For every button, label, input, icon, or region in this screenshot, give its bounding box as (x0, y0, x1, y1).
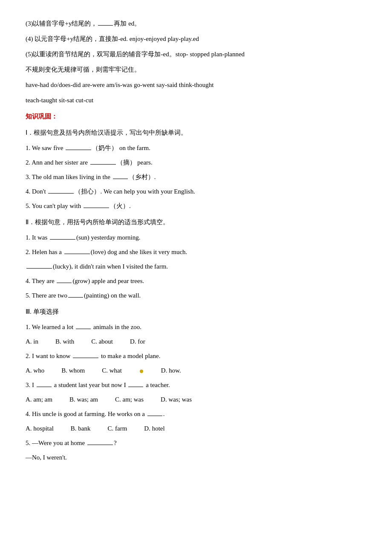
q2-5-end: on the wall. (109, 292, 141, 299)
q2-1-end: yesterday morning. (89, 234, 141, 241)
q3-1-end: animals in the zoo. (92, 324, 141, 330)
q3-3-opt-a: A. am; am (26, 393, 52, 406)
q3-4-opt-c: C. farm (108, 422, 127, 435)
rule3-text: (3)以辅音字母+y结尾的， (26, 20, 97, 27)
q3-1-opt-c: C. about (91, 335, 113, 348)
rule3-end: 再加 ed。 (114, 20, 141, 27)
q1-2-blank (90, 164, 116, 165)
q1-1-blank (66, 150, 91, 150)
q3-4: 4. His uncle is good at farming. He work… (26, 408, 366, 420)
main-content: (3)以辅音字母+y结尾的，再加 ed。 (4) 以元音字母+y结尾的，直接加-… (26, 17, 366, 464)
q3-1-options: A. in B. with C. about D. for (26, 335, 366, 348)
q3-2: 2. I want to know to make a model plane. (26, 350, 366, 362)
q3-4-options: A. hospital B. bank C. farm D. hotel (26, 422, 366, 435)
q3-3-mid: a student last year but now I (52, 382, 128, 388)
knowledge-title: 知识巩固： (26, 110, 366, 123)
q2-5-hint: (painting) (84, 292, 109, 299)
q1-1: 1. We saw five （奶牛） on the farm. (26, 142, 366, 154)
q1-3-blank (113, 179, 128, 179)
irregular-intro-line: 不规则变化无规律可循，则需牢牢记住。 (26, 63, 366, 76)
q3-3-blank1 (37, 387, 52, 387)
q2-2-hint: (love) (91, 249, 106, 255)
q1-4-text: 4. Don't (26, 188, 47, 195)
irregular-words1-text: have-had do/does-did are-were am/is-was … (26, 81, 214, 88)
rule5-line: (5)以重读闭音节结尾的，双写最后的辅音字母加-ed。stop- stopped… (26, 48, 366, 61)
q3-4-opt-b: B. bank (71, 422, 91, 435)
q3-1-blank (76, 329, 91, 329)
q3-2-text: 2. I want to know (26, 353, 72, 359)
rule3-blank (98, 25, 113, 26)
q2-4-hint: (grow) (72, 278, 90, 284)
q3-5-reply: —No, I weren't. (26, 451, 366, 464)
q1-1-text: 1. We saw five (26, 145, 65, 151)
q3-1-opt-d: D. for (130, 335, 145, 348)
rule4-text: (4) 以元音字母+y结尾的，直接加-ed. enjoy-enjoyed pla… (26, 35, 199, 42)
q3-5-reply-text: —No, I weren't. (26, 454, 67, 461)
q2-2-blank (64, 254, 90, 254)
section2-title: Ⅱ．根据句意，用括号内所给单词的适当形式填空。 (26, 216, 366, 228)
q3-3: 3. I a student last year but now I a tea… (26, 379, 366, 391)
q3-1: 1. We learned a lot animals in the zoo. (26, 321, 366, 333)
q3-2-opt-a: A. who (26, 364, 44, 377)
q3-1-text: 1. We learned a lot (26, 324, 75, 330)
q1-1-end: on the farm. (118, 145, 150, 151)
q1-5-end: . (129, 202, 131, 209)
q1-1-hint: （奶牛） (92, 145, 118, 151)
q2-1-hint: (sun) (76, 234, 89, 241)
q3-5-blank (87, 445, 113, 445)
q3-3-end: a teacher. (144, 382, 170, 388)
rule4-line: (4) 以元音字母+y结尾的，直接加-ed. enjoy-enjoyed pla… (26, 32, 366, 45)
q3-1-opt-a: A. in (26, 335, 38, 348)
q1-2-hint: （摘） (117, 159, 136, 166)
q2-5: 5. There are two(painting) on the wall. (26, 289, 366, 302)
q1-5: 5. You can't play with （火）. (26, 199, 366, 212)
q2-3: (lucky), it didn't rain when I visited t… (26, 260, 366, 273)
q3-5-text: 5. —Were you at home (26, 439, 86, 446)
q1-3-hint: （乡村） (129, 173, 154, 180)
q2-5-text: 5. There are two (26, 292, 67, 299)
q1-4-hint: （担心） (75, 188, 100, 195)
q3-3-opt-c: C. am; was (115, 393, 144, 406)
q2-3-hint: (lucky) (53, 263, 71, 270)
q3-4-end: . (163, 410, 165, 417)
q2-1: 1. It was (sun) yesterday morning. (26, 231, 366, 244)
q2-2: 2. Helen has a (love) dog and she likes … (26, 246, 366, 258)
q3-2-end: to make a model plane. (99, 353, 160, 359)
irregular-words1-line: have-had do/does-did are-were am/is-was … (26, 78, 366, 91)
q3-3-text1: 3. I (26, 382, 36, 388)
irregular-words2-text: teach-taught sit-sat cut-cut (26, 97, 93, 104)
q1-5-hint: （火） (110, 202, 129, 209)
q2-4: 4. They are (grow) apple and pear trees. (26, 275, 366, 287)
q2-3-blank (26, 268, 52, 269)
q2-4-text: 4. They are (26, 278, 56, 284)
q2-2-end: dog and she likes it very much. (106, 249, 187, 255)
q1-4-end: . We can help you with your English. (100, 188, 195, 195)
q1-3-text: 3. The old man likes living in the (26, 173, 112, 180)
q3-3-options: A. am; am B. was; am C. am; was D. was; … (26, 393, 366, 406)
irregular-words2-line: teach-taught sit-sat cut-cut (26, 94, 366, 107)
q1-5-text: 5. You can't play with (26, 202, 83, 209)
q2-1-blank (50, 239, 75, 240)
q3-4-text: 4. His uncle is good at farming. He work… (26, 410, 147, 417)
irregular-intro-text: 不规则变化无规律可循，则需牢牢记住。 (26, 66, 141, 73)
q1-5-blank (84, 208, 109, 208)
q1-3-end: . (154, 173, 156, 180)
rule5-text: (5)以重读闭音节结尾的，双写最后的辅音字母加-ed。stop- stopped… (26, 51, 245, 58)
q1-3: 3. The old man likes living in the （乡村）. (26, 171, 366, 183)
q3-2-opt-b: B. whom (61, 364, 85, 377)
q2-4-end: apple and pear trees. (90, 278, 144, 284)
q3-4-blank (147, 416, 162, 416)
q3-4-opt-d: D. hotel (144, 422, 164, 435)
section1-title: Ⅰ．根据句意及括号内所给汉语提示，写出句中所缺单词。 (26, 126, 366, 139)
q2-2-text: 2. Helen has a (26, 249, 63, 255)
q1-2: 2. Ann and her sister are （摘） pears. (26, 156, 366, 169)
q2-3-end: , it didn't rain when I visited the farm… (71, 263, 168, 270)
q3-5: 5. —Were you at home ? (26, 436, 366, 449)
q3-5-end: ? (114, 439, 117, 446)
q2-1-text: 1. It was (26, 234, 49, 241)
q1-4: 4. Don't （担心）. We can help you with your… (26, 185, 366, 198)
q2-4-blank (57, 283, 72, 283)
q3-2-blank (73, 358, 98, 358)
q3-4-opt-a: A. hospital (26, 422, 54, 435)
q3-3-opt-d: D. was; was (161, 393, 192, 406)
